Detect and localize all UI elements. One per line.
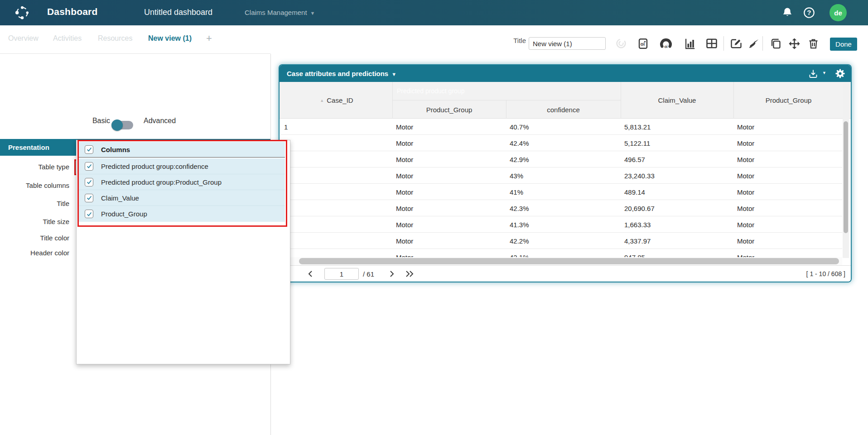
title-size-label: Title size	[9, 218, 69, 225]
bar-chart-icon[interactable]	[683, 37, 696, 50]
app-root: Dashboard Untitled dashboard Claims Mana…	[0, 0, 868, 435]
table-row[interactable]: Motor43%23,240.33Motor	[280, 167, 842, 184]
table-row[interactable]: Motor41.3%1,663.33Motor	[280, 216, 842, 233]
chevron-down-icon: ▼	[310, 10, 315, 16]
column-header-claim-value[interactable]: Claim_Value	[621, 82, 733, 119]
column-header-product-group-pred[interactable]: Product_Group	[392, 100, 506, 119]
sort-icon: ▲	[320, 98, 324, 103]
next-page-button[interactable]	[386, 268, 397, 279]
tab-new-view[interactable]: New view (1)	[148, 34, 192, 43]
svg-text:?: ?	[807, 9, 811, 16]
done-button[interactable]: Done	[830, 38, 857, 51]
edit-widget-icon[interactable]	[729, 37, 743, 50]
table-type-label: Table type	[9, 163, 69, 171]
column-header-confidence[interactable]: confidence	[506, 100, 621, 119]
table-widget-icon[interactable]	[705, 37, 719, 50]
column-group-header: Predicted product group	[392, 82, 621, 100]
column-group-label: Predicted product group	[397, 87, 464, 95]
columns-dropdown-panel: Columns Predicted product group:confiden…	[76, 140, 290, 364]
download-icon[interactable]	[808, 68, 819, 79]
column-header-label: Product_Group	[426, 106, 473, 114]
delete-widget-icon[interactable]	[806, 37, 820, 50]
pagination-bar: / 61 [ 1 - 10 / 608 ]	[280, 265, 851, 282]
column-divider	[506, 100, 506, 119]
table-body: 1Motor40.7%5,813.21Motor Motor42.4%5,122…	[280, 119, 842, 258]
brand-title: Dashboard	[47, 6, 98, 17]
column-header-label: Claim_Value	[658, 96, 696, 104]
table-row[interactable]: Motor41%489.14Motor	[280, 184, 842, 200]
table-row[interactable]: Motor42.1%947.85Motor	[280, 249, 842, 258]
gauge-chart-icon[interactable]: oi	[659, 37, 673, 50]
page-number-input[interactable]	[324, 268, 359, 280]
column-header-case-id[interactable]: ▲ Case_ID	[281, 82, 392, 119]
table-row[interactable]: 1Motor40.7%5,813.21Motor	[280, 119, 842, 135]
dashboard-name: Untitled dashboard	[144, 8, 212, 17]
header-color-label: Header color	[9, 249, 69, 257]
notifications-bell-icon[interactable]	[781, 6, 794, 19]
widget-header: Case attributes and predictions▼	[280, 65, 851, 82]
vertical-scrollbar-thumb[interactable]	[844, 121, 848, 233]
process-selector[interactable]: Claims Management▼	[245, 9, 315, 16]
copy-widget-icon[interactable]	[769, 37, 782, 50]
column-header-label: confidence	[547, 106, 580, 114]
table-row[interactable]: Motor42.9%496.57Motor	[280, 151, 842, 167]
tab-overview[interactable]: Overview	[8, 34, 39, 43]
presentation-section-title: Presentation	[8, 143, 49, 151]
settings-gear-icon[interactable]	[835, 68, 845, 79]
columns-dropdown-highlight	[77, 140, 287, 227]
prev-page-button[interactable]	[305, 268, 316, 279]
svg-text:oi: oi	[664, 45, 667, 49]
clear-widget-icon[interactable]	[747, 37, 760, 50]
widget-title-text: Case attributes and predictions	[287, 70, 388, 77]
chevron-down-icon: ▼	[391, 72, 396, 77]
horizontal-scrollbar-thumb[interactable]	[299, 258, 839, 264]
top-navbar: Dashboard Untitled dashboard Claims Mana…	[0, 0, 868, 25]
svg-text:oi: oi	[640, 41, 645, 47]
table-column-headers: ▲ Case_ID Predicted product group Produc…	[280, 82, 851, 119]
column-header-product-group[interactable]: Product_Group	[733, 82, 844, 119]
tab-activities[interactable]: Activities	[53, 34, 82, 43]
widget-title-label: Title	[503, 37, 526, 44]
avatar-initials: de	[834, 9, 842, 17]
avatar[interactable]: de	[829, 4, 847, 21]
table-row[interactable]: Motor42.4%5,122.11Motor	[280, 135, 842, 151]
basic-mode-label: Basic	[72, 117, 110, 125]
column-divider	[392, 82, 393, 119]
number-card-icon[interactable]: oi	[636, 37, 650, 50]
process-selector-label: Claims Management	[245, 9, 307, 16]
download-caret-icon[interactable]: ▼	[822, 71, 826, 75]
column-header-label: Product_Group	[766, 96, 812, 104]
table-row[interactable]: Motor42.2%4,337.97Motor	[280, 233, 842, 249]
column-divider	[733, 82, 734, 119]
column-header-label: Case_ID	[327, 96, 353, 104]
mode-toggle-knob[interactable]	[111, 120, 123, 131]
help-icon[interactable]: ?	[803, 6, 815, 19]
table-columns-label: Table columns	[9, 182, 69, 189]
table-row[interactable]: Motor42.3%20,690.67Motor	[280, 200, 842, 216]
tab-resources[interactable]: Resources	[98, 34, 132, 43]
add-view-button[interactable]: +	[206, 33, 212, 44]
toolbar-separator	[762, 36, 763, 51]
column-divider	[621, 82, 621, 119]
widget-title-dropdown[interactable]: Case attributes and predictions▼	[287, 70, 396, 77]
kpi-disabled-icon	[614, 37, 628, 50]
move-widget-icon[interactable]	[787, 37, 801, 50]
title-field-label: Title	[9, 200, 69, 207]
toolbar-separator	[723, 36, 724, 51]
title-color-label: Title color	[9, 234, 69, 242]
app-logo-icon	[14, 5, 30, 20]
widget-title-input[interactable]	[529, 37, 606, 50]
row-range-label: [ 1 - 10 / 608 ]	[806, 270, 845, 277]
advanced-mode-label: Advanced	[144, 117, 176, 125]
last-page-button[interactable]	[403, 268, 416, 279]
table-widget[interactable]: Case attributes and predictions▼ ▼ ▲ Cas…	[280, 65, 851, 282]
total-pages-label: / 61	[363, 270, 374, 278]
